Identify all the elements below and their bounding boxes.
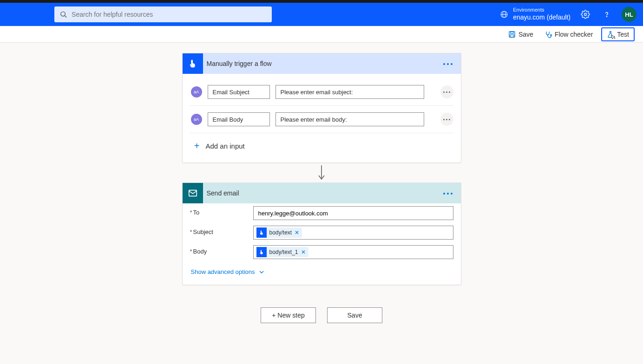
- search-icon: [60, 11, 67, 18]
- email-connector-icon: [183, 183, 203, 203]
- to-field-row: *To henry.legge@outlook.com: [183, 203, 461, 223]
- flow-checker-label: Flow checker: [555, 31, 593, 38]
- token-flow-icon: [256, 247, 267, 257]
- body-field-row: *Body body/text_1 ✕: [183, 242, 461, 262]
- body-label: Body: [193, 248, 207, 255]
- token-label: body/text: [269, 229, 292, 236]
- body-input[interactable]: body/text_1 ✕: [253, 245, 453, 259]
- new-step-button[interactable]: + New step: [261, 307, 316, 323]
- show-advanced-options[interactable]: Show advanced options: [183, 262, 461, 285]
- svg-rect-9: [510, 35, 514, 37]
- text-param-icon: aA: [191, 86, 202, 98]
- environment-label: Environments: [513, 7, 571, 13]
- add-input-label: Add an input: [206, 142, 245, 150]
- action-toolbar: Save Flow checker Test: [0, 26, 643, 43]
- bottom-button-row: + New step Save: [261, 307, 382, 323]
- send-email-menu[interactable]: [440, 190, 455, 196]
- svg-point-0: [61, 12, 65, 16]
- globe-icon: [500, 10, 508, 19]
- send-email-card: Send email *To henry.legge@outlook.com *…: [182, 182, 461, 285]
- plus-icon: +: [193, 141, 201, 151]
- chevron-down-icon: [259, 269, 264, 275]
- subject-input[interactable]: body/text ✕: [253, 226, 453, 240]
- gear-icon: [581, 10, 590, 19]
- dynamic-content-token[interactable]: body/text ✕: [256, 228, 302, 238]
- trigger-input-row: aA Email Subject Please enter email subj…: [190, 78, 453, 106]
- input-prompt-field[interactable]: Please enter email body:: [276, 112, 424, 126]
- help-icon: [603, 10, 611, 19]
- svg-point-10: [550, 34, 551, 36]
- to-label: To: [193, 209, 200, 216]
- save-action[interactable]: Save: [505, 26, 536, 42]
- svg-line-1: [65, 16, 66, 18]
- flow-canvas: Manually trigger a flow aA Email Subject…: [0, 43, 643, 323]
- flask-icon: [607, 31, 614, 38]
- send-email-header[interactable]: Send email: [183, 183, 461, 203]
- finger-tap-icon: [188, 58, 198, 69]
- flow-checker-action[interactable]: Flow checker: [542, 26, 596, 42]
- top-nav-bar: Environments enayu.com (default) HL: [0, 3, 643, 26]
- test-action[interactable]: Test: [601, 27, 635, 41]
- input-name-field[interactable]: Email Subject: [208, 85, 270, 99]
- save-action-label: Save: [518, 31, 533, 38]
- save-button[interactable]: Save: [327, 307, 382, 323]
- svg-point-5: [584, 13, 587, 16]
- top-right-cluster: Environments enayu.com (default) HL: [500, 7, 636, 22]
- settings-button[interactable]: [579, 8, 592, 21]
- send-email-title: Send email: [207, 189, 239, 197]
- mail-icon: [188, 188, 198, 198]
- stethoscope-icon: [545, 31, 552, 38]
- flow-connector-arrow[interactable]: [317, 163, 326, 182]
- subject-field-row: *Subject body/text ✕: [183, 223, 461, 242]
- trigger-menu[interactable]: [440, 60, 455, 67]
- token-remove[interactable]: ✕: [301, 249, 306, 255]
- environment-picker[interactable]: Environments enayu.com (default): [500, 7, 571, 21]
- input-row-menu[interactable]: [440, 85, 453, 98]
- text-param-icon: aA: [191, 114, 202, 125]
- test-action-label: Test: [617, 31, 629, 38]
- trigger-title: Manually trigger a flow: [207, 60, 272, 67]
- arrow-down-icon: [317, 164, 326, 181]
- input-row-menu[interactable]: [440, 113, 453, 126]
- search-input[interactable]: [72, 11, 266, 18]
- to-input[interactable]: henry.legge@outlook.com: [253, 206, 453, 220]
- help-button[interactable]: [600, 8, 613, 21]
- subject-label: Subject: [193, 228, 213, 235]
- input-name-field[interactable]: Email Body: [208, 112, 270, 126]
- trigger-card: Manually trigger a flow aA Email Subject…: [182, 53, 461, 163]
- trigger-input-row: aA Email Body Please enter email body:: [190, 106, 453, 133]
- environment-value: enayu.com (default): [513, 13, 571, 22]
- add-input-button[interactable]: + Add an input: [190, 133, 453, 154]
- input-prompt-field[interactable]: Please enter email subject:: [276, 85, 424, 99]
- user-avatar[interactable]: HL: [622, 7, 636, 22]
- advanced-label: Show advanced options: [191, 268, 255, 275]
- token-remove[interactable]: ✕: [295, 229, 299, 236]
- global-search[interactable]: [54, 6, 272, 22]
- svg-rect-8: [511, 32, 513, 33]
- token-label: body/text_1: [269, 249, 298, 255]
- trigger-card-header[interactable]: Manually trigger a flow: [183, 53, 461, 74]
- token-flow-icon: [256, 228, 267, 238]
- dynamic-content-token[interactable]: body/text_1 ✕: [256, 247, 308, 257]
- trigger-connector-icon: [183, 53, 203, 74]
- svg-point-6: [606, 16, 607, 17]
- save-icon: [508, 31, 516, 38]
